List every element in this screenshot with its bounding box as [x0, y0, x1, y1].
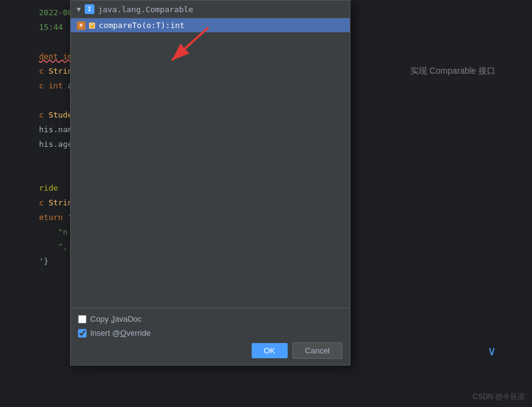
implement-methods-dialog: ▼ I java.lang.Comparable m 🔒 compareTo(o…: [70, 0, 350, 366]
copy-javadoc-row: Copy JavaDoc: [78, 314, 342, 324]
watermark: CSDN @今辰渎: [472, 392, 525, 402]
interface-name-label: java.lang.Comparable: [98, 5, 194, 14]
dialog-button-row: OK Cancel: [78, 342, 342, 359]
interface-tree-header: ▼ I java.lang.Comparable: [71, 1, 350, 18]
right-panel-text: 实现 Comparable 接口: [410, 66, 495, 77]
interface-icon: I: [85, 4, 94, 14]
insert-override-checkbox[interactable]: [78, 329, 87, 338]
copy-javadoc-label[interactable]: Copy JavaDoc: [90, 314, 142, 324]
method-name-label: compareTo(o:T):int: [99, 21, 185, 30]
method-row-selected[interactable]: m 🔒 compareTo(o:T):int: [71, 18, 350, 32]
copy-javadoc-checkbox[interactable]: [78, 315, 87, 324]
chevron-down-icon: ∨: [488, 344, 495, 358]
insert-override-row: Insert @Override: [78, 328, 342, 338]
dialog-footer: Copy JavaDoc Insert @Override OK Cancel: [71, 308, 350, 365]
method-lock-icon: 🔒: [89, 23, 95, 29]
dialog-content-area: [71, 32, 350, 308]
insert-override-label[interactable]: Insert @Override: [90, 328, 151, 338]
method-m-icon: m: [77, 21, 85, 30]
tree-collapse-arrow[interactable]: ▼: [77, 5, 81, 13]
cancel-button[interactable]: Cancel: [293, 342, 342, 359]
ok-button[interactable]: OK: [252, 343, 288, 358]
